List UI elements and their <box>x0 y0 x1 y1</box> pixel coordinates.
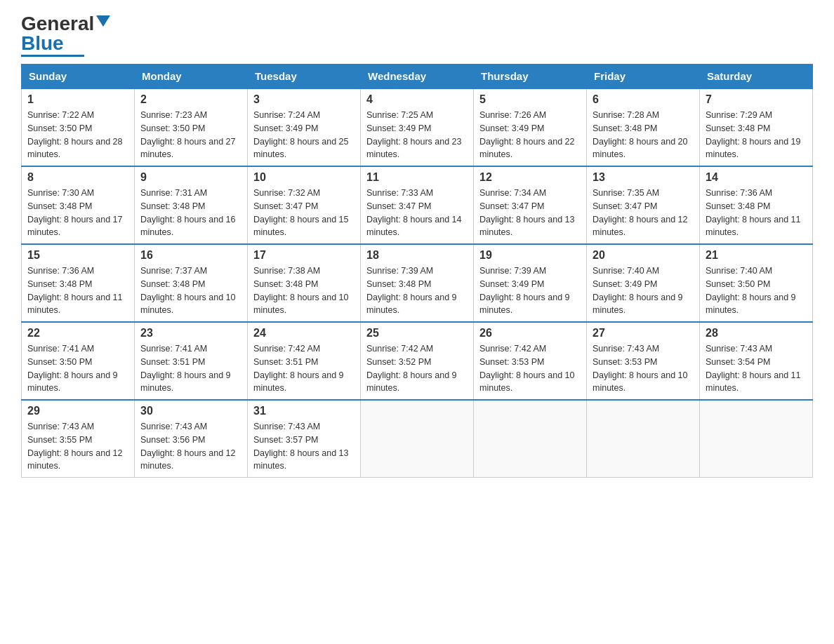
day-number: 12 <box>479 171 581 184</box>
day-number: 21 <box>706 249 807 262</box>
day-info: Sunrise: 7:38 AM Sunset: 3:48 PM Dayligh… <box>253 264 355 317</box>
day-info: Sunrise: 7:41 AM Sunset: 3:51 PM Dayligh… <box>140 342 241 395</box>
day-info: Sunrise: 7:43 AM Sunset: 3:55 PM Dayligh… <box>27 420 128 473</box>
day-number: 20 <box>593 249 694 262</box>
day-info: Sunrise: 7:25 AM Sunset: 3:49 PM Dayligh… <box>366 109 468 161</box>
calendar-table: SundayMondayTuesdayWednesdayThursdayFrid… <box>21 64 813 478</box>
day-number: 31 <box>253 405 355 417</box>
calendar-cell: 8 Sunrise: 7:30 AM Sunset: 3:48 PM Dayli… <box>22 166 135 244</box>
calendar-cell: 16 Sunrise: 7:37 AM Sunset: 3:48 PM Dayl… <box>135 244 248 322</box>
day-info: Sunrise: 7:42 AM Sunset: 3:51 PM Dayligh… <box>253 342 355 395</box>
calendar-cell: 22 Sunrise: 7:41 AM Sunset: 3:50 PM Dayl… <box>22 322 135 400</box>
day-number: 28 <box>706 327 807 340</box>
logo-general-text: General <box>21 14 94 34</box>
day-info: Sunrise: 7:39 AM Sunset: 3:48 PM Dayligh… <box>366 264 468 317</box>
week-row-3: 15 Sunrise: 7:36 AM Sunset: 3:48 PM Dayl… <box>22 244 813 322</box>
calendar-body: 1 Sunrise: 7:22 AM Sunset: 3:50 PM Dayli… <box>22 88 813 478</box>
day-number: 2 <box>140 93 241 106</box>
day-info: Sunrise: 7:41 AM Sunset: 3:50 PM Dayligh… <box>27 342 128 395</box>
calendar-cell: 27 Sunrise: 7:43 AM Sunset: 3:53 PM Dayl… <box>587 322 700 400</box>
calendar-cell: 20 Sunrise: 7:40 AM Sunset: 3:49 PM Dayl… <box>587 244 700 322</box>
calendar-cell <box>474 400 587 478</box>
logo-triangle-icon <box>96 15 110 27</box>
calendar-cell: 2 Sunrise: 7:23 AM Sunset: 3:50 PM Dayli… <box>135 88 248 166</box>
weekday-header-wednesday: Wednesday <box>361 65 474 89</box>
day-info: Sunrise: 7:23 AM Sunset: 3:50 PM Dayligh… <box>140 109 241 161</box>
calendar-cell <box>700 400 813 478</box>
calendar-cell: 28 Sunrise: 7:43 AM Sunset: 3:54 PM Dayl… <box>700 322 813 400</box>
day-number: 3 <box>253 93 355 106</box>
day-info: Sunrise: 7:36 AM Sunset: 3:48 PM Dayligh… <box>27 264 128 317</box>
week-row-2: 8 Sunrise: 7:30 AM Sunset: 3:48 PM Dayli… <box>22 166 813 244</box>
day-info: Sunrise: 7:42 AM Sunset: 3:53 PM Dayligh… <box>479 342 581 395</box>
calendar-cell: 18 Sunrise: 7:39 AM Sunset: 3:48 PM Dayl… <box>361 244 474 322</box>
day-info: Sunrise: 7:36 AM Sunset: 3:48 PM Dayligh… <box>706 187 807 239</box>
day-info: Sunrise: 7:43 AM Sunset: 3:57 PM Dayligh… <box>253 420 355 473</box>
calendar-cell: 15 Sunrise: 7:36 AM Sunset: 3:48 PM Dayl… <box>22 244 135 322</box>
day-number: 19 <box>479 249 581 262</box>
weekday-header-friday: Friday <box>587 65 700 89</box>
calendar-cell: 14 Sunrise: 7:36 AM Sunset: 3:48 PM Dayl… <box>700 166 813 244</box>
calendar-cell: 21 Sunrise: 7:40 AM Sunset: 3:50 PM Dayl… <box>700 244 813 322</box>
day-number: 1 <box>27 93 128 106</box>
calendar-cell: 11 Sunrise: 7:33 AM Sunset: 3:47 PM Dayl… <box>361 166 474 244</box>
day-number: 25 <box>366 327 468 340</box>
calendar-cell: 7 Sunrise: 7:29 AM Sunset: 3:48 PM Dayli… <box>700 88 813 166</box>
day-number: 30 <box>140 405 241 417</box>
calendar-cell <box>587 400 700 478</box>
day-number: 18 <box>366 249 468 262</box>
day-info: Sunrise: 7:32 AM Sunset: 3:47 PM Dayligh… <box>253 187 355 239</box>
day-number: 7 <box>706 93 807 106</box>
logo-blue-text: Blue <box>21 34 64 53</box>
day-info: Sunrise: 7:43 AM Sunset: 3:56 PM Dayligh… <box>140 420 241 473</box>
day-number: 15 <box>27 249 128 262</box>
week-row-5: 29 Sunrise: 7:43 AM Sunset: 3:55 PM Dayl… <box>22 400 813 478</box>
day-info: Sunrise: 7:39 AM Sunset: 3:49 PM Dayligh… <box>479 264 581 317</box>
day-info: Sunrise: 7:35 AM Sunset: 3:47 PM Dayligh… <box>593 187 694 239</box>
day-number: 11 <box>366 171 468 184</box>
day-info: Sunrise: 7:33 AM Sunset: 3:47 PM Dayligh… <box>366 187 468 239</box>
day-info: Sunrise: 7:40 AM Sunset: 3:49 PM Dayligh… <box>593 264 694 317</box>
weekday-header-thursday: Thursday <box>474 65 587 89</box>
day-number: 22 <box>27 327 128 340</box>
calendar-cell: 1 Sunrise: 7:22 AM Sunset: 3:50 PM Dayli… <box>22 88 135 166</box>
day-number: 10 <box>253 171 355 184</box>
calendar-cell: 31 Sunrise: 7:43 AM Sunset: 3:57 PM Dayl… <box>248 400 361 478</box>
day-info: Sunrise: 7:31 AM Sunset: 3:48 PM Dayligh… <box>140 187 241 239</box>
calendar-cell: 4 Sunrise: 7:25 AM Sunset: 3:49 PM Dayli… <box>361 88 474 166</box>
logo: General Blue <box>21 14 110 57</box>
day-number: 14 <box>706 171 807 184</box>
day-number: 23 <box>140 327 241 340</box>
calendar-cell: 25 Sunrise: 7:42 AM Sunset: 3:52 PM Dayl… <box>361 322 474 400</box>
day-number: 13 <box>593 171 694 184</box>
calendar-cell: 5 Sunrise: 7:26 AM Sunset: 3:49 PM Dayli… <box>474 88 587 166</box>
day-info: Sunrise: 7:34 AM Sunset: 3:47 PM Dayligh… <box>479 187 581 239</box>
weekday-header-sunday: Sunday <box>22 65 135 89</box>
calendar-cell: 12 Sunrise: 7:34 AM Sunset: 3:47 PM Dayl… <box>474 166 587 244</box>
calendar-cell: 23 Sunrise: 7:41 AM Sunset: 3:51 PM Dayl… <box>135 322 248 400</box>
weekday-header-tuesday: Tuesday <box>248 65 361 89</box>
day-info: Sunrise: 7:43 AM Sunset: 3:54 PM Dayligh… <box>706 342 807 395</box>
calendar-cell: 13 Sunrise: 7:35 AM Sunset: 3:47 PM Dayl… <box>587 166 700 244</box>
calendar-cell: 9 Sunrise: 7:31 AM Sunset: 3:48 PM Dayli… <box>135 166 248 244</box>
day-number: 6 <box>593 93 694 106</box>
day-number: 17 <box>253 249 355 262</box>
logo-underline <box>21 55 84 57</box>
day-number: 24 <box>253 327 355 340</box>
day-info: Sunrise: 7:28 AM Sunset: 3:48 PM Dayligh… <box>593 109 694 161</box>
calendar-cell: 17 Sunrise: 7:38 AM Sunset: 3:48 PM Dayl… <box>248 244 361 322</box>
calendar-cell: 30 Sunrise: 7:43 AM Sunset: 3:56 PM Dayl… <box>135 400 248 478</box>
day-number: 26 <box>479 327 581 340</box>
calendar-cell: 6 Sunrise: 7:28 AM Sunset: 3:48 PM Dayli… <box>587 88 700 166</box>
weekday-row: SundayMondayTuesdayWednesdayThursdayFrid… <box>22 65 813 89</box>
day-info: Sunrise: 7:37 AM Sunset: 3:48 PM Dayligh… <box>140 264 241 317</box>
day-number: 16 <box>140 249 241 262</box>
day-info: Sunrise: 7:43 AM Sunset: 3:53 PM Dayligh… <box>593 342 694 395</box>
calendar-cell: 26 Sunrise: 7:42 AM Sunset: 3:53 PM Dayl… <box>474 322 587 400</box>
calendar-header: SundayMondayTuesdayWednesdayThursdayFrid… <box>22 65 813 89</box>
day-info: Sunrise: 7:26 AM Sunset: 3:49 PM Dayligh… <box>479 109 581 161</box>
day-info: Sunrise: 7:29 AM Sunset: 3:48 PM Dayligh… <box>706 109 807 161</box>
weekday-header-monday: Monday <box>135 65 248 89</box>
week-row-4: 22 Sunrise: 7:41 AM Sunset: 3:50 PM Dayl… <box>22 322 813 400</box>
day-info: Sunrise: 7:42 AM Sunset: 3:52 PM Dayligh… <box>366 342 468 395</box>
